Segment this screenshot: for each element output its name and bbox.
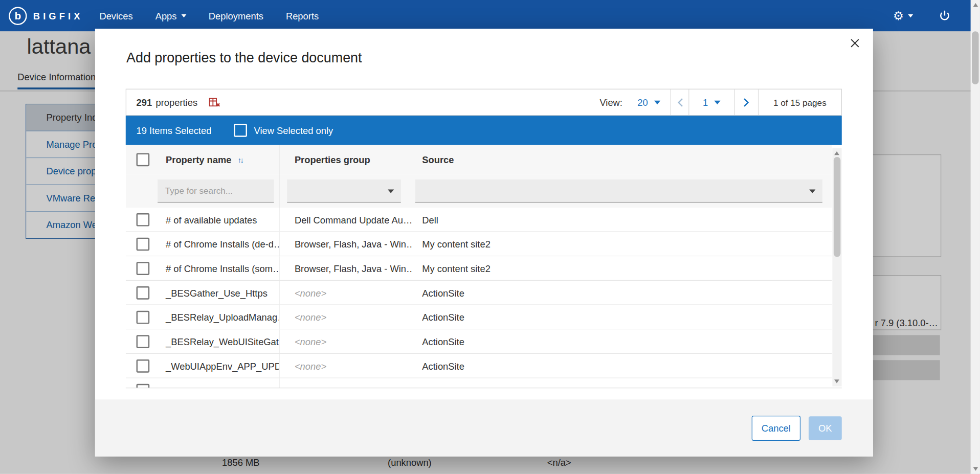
row-checkbox[interactable] [137,286,150,299]
scroll-up-icon[interactable] [973,3,978,7]
selection-bar: 19 Items Selected View Selected only [126,116,842,145]
items-selected-text: 19 Items Selected [137,125,212,136]
properties-group-filter-select[interactable] [287,179,401,202]
property-name-cell: # of available updates [155,208,279,231]
property-name-cell: # of Chrome Installs (de-d… [155,232,279,256]
property-name-cell: _BESRelay_WebUISiteGath… [155,329,279,353]
properties-group-cell [280,378,412,389]
logout-button[interactable] [939,10,950,21]
properties-count: 291 properties [126,89,220,115]
remove-properties-icon[interactable] [209,97,220,108]
column-header-properties-group[interactable]: Properties group [280,145,412,174]
column-header-property-name[interactable]: Property name [166,154,231,165]
property-name-cell: _BESGather_Use_Https [155,281,279,304]
source-cell: My content site2 [412,232,832,256]
view-label: View: [599,97,622,108]
table-row[interactable]: _WebUIAppEnv_APP_UPD… <none> ActionSite [126,354,832,378]
ok-button[interactable]: OK [809,416,842,440]
property-name-cell: _BESRelay_UploadManag… [155,305,279,329]
source-cell: ActionSite [412,281,832,304]
source-cell: ActionSite [412,354,832,377]
row-checkbox[interactable] [137,262,150,275]
cancel-button[interactable]: Cancel [752,415,800,440]
source-cell [412,378,832,389]
row-checkbox[interactable] [137,213,150,226]
scroll-down-icon[interactable] [973,467,978,470]
chevron-left-icon [677,98,683,106]
nav-item-reports[interactable]: Reports [286,10,319,21]
properties-group-cell: <none> [280,329,412,353]
properties-toolbar: 291 properties View: 20 [126,89,842,116]
column-header-source[interactable]: Source [412,145,832,174]
chevron-down-icon [181,14,186,17]
table-filter-row [126,174,832,208]
modal-footer: Cancel OK [95,399,873,456]
table-row[interactable]: # of available updates Dell Command Upda… [126,208,832,232]
properties-table: Property name ↑↓ Properties group Source [126,145,842,389]
table-row[interactable]: _BESRelay_WebUISiteGath… <none> ActionSi… [126,329,832,354]
bigfix-brand[interactable]: b BIGFIX [9,7,83,25]
row-checkbox[interactable] [137,335,150,348]
scroll-up-icon[interactable] [834,151,839,155]
properties-group-cell: <none> [280,305,412,329]
source-filter-select[interactable] [415,179,822,202]
nav-items: Devices Apps Deployments Reports [99,10,319,21]
close-icon [850,38,860,49]
nav-item-deployments[interactable]: Deployments [209,10,263,21]
top-navbar: b BIGFIX Devices Apps Deployments Report… [0,0,980,31]
table-row[interactable]: _BESRelay_UploadManag… <none> ActionSite [126,305,832,330]
previous-page-button[interactable] [671,89,688,115]
property-name-cell: # of Chrome Installs (som… [155,256,279,280]
table-header-row: Property name ↑↓ Properties group Source [126,145,832,174]
toolbar-pagination: View: 20 1 [599,89,841,115]
navbar-right: ⚙ [893,9,950,23]
row-checkbox[interactable] [137,310,150,324]
nav-item-apps[interactable]: Apps [155,10,186,21]
search-input[interactable] [158,179,274,202]
next-page-button[interactable] [734,89,758,115]
property-name-cell [155,378,279,389]
chevron-down-icon [715,100,721,104]
view-selected-only-label: View Selected only [254,125,333,136]
add-properties-modal: Add properties to the device document 29… [95,29,873,456]
table-row[interactable]: # of Chrome Installs (de-d… Browser, Fla… [126,232,832,257]
power-icon [939,10,950,21]
modal-title: Add properties to the device document [126,50,362,66]
source-cell: Dell [412,208,832,231]
select-all-checkbox[interactable] [137,153,150,167]
row-checkbox[interactable] [137,359,150,372]
page-number-select[interactable]: 1 [688,89,734,115]
source-cell: ActionSite [412,329,832,353]
screen: lattana Device Information Property IndM… [0,0,980,474]
chevron-down-icon [388,189,394,193]
view-selected-only-checkbox[interactable] [234,124,247,137]
settings-menu[interactable]: ⚙ [893,9,913,23]
row-checkbox[interactable] [137,237,150,251]
table-body: # of available updates Dell Command Upda… [126,208,842,388]
chevron-right-icon [744,98,749,106]
properties-group-cell: <none> [280,354,412,377]
sort-icon[interactable]: ↑↓ [238,155,243,164]
close-button[interactable] [848,36,862,50]
table-row[interactable]: # of Chrome Installs (som… Browser, Flas… [126,256,832,281]
properties-group-cell: Browser, Flash, Java - Win… [280,256,412,280]
property-name-cell: _WebUIAppEnv_APP_UPD… [155,354,279,377]
properties-group-cell: <none> [280,281,412,304]
chevron-down-icon [654,100,660,104]
scroll-down-icon[interactable] [834,379,839,383]
page-scrollbar-thumb[interactable] [972,31,978,84]
nav-item-devices[interactable]: Devices [99,10,132,21]
gear-icon: ⚙ [893,9,904,23]
bigfix-logo-icon: b [9,7,27,25]
source-cell: My content site2 [412,256,832,280]
table-row[interactable] [126,378,832,389]
table-row[interactable]: _BESGather_Use_Https <none> ActionSite [126,281,832,305]
table-scrollbar[interactable] [832,148,841,387]
table-scrollbar-thumb[interactable] [834,157,840,257]
page-size-select[interactable]: 20 [637,97,660,108]
source-cell: ActionSite [412,305,832,329]
properties-group-cell: Browser, Flash, Java - Win… [280,232,412,256]
page-info: 1 of 15 pages [758,89,841,115]
row-checkbox[interactable] [137,383,150,388]
page-scrollbar[interactable] [971,0,980,474]
